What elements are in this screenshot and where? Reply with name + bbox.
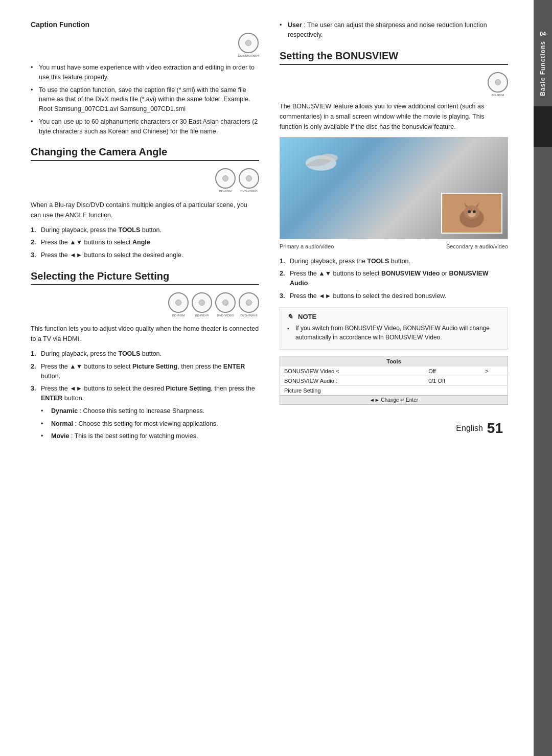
bonusview-bd-rom-label: BD-ROM xyxy=(492,94,504,97)
camera-step-2: 2. Press the ▲▼ buttons to select Angle. xyxy=(31,238,259,247)
ps-dvd-video-wrapper: DVD-VIDEO xyxy=(215,292,236,317)
bonusview-heading: Setting the BONUSVIEW xyxy=(280,50,508,65)
tools-footer: ◄► Change ↵ Enter xyxy=(280,395,508,404)
ps-bd-rom-label: BD-ROM xyxy=(172,314,185,317)
divx-disc-icon xyxy=(238,33,259,53)
tools-row-2-value: 0/1 Off xyxy=(424,376,481,385)
ps-dvdr-label: DVDr/RW/r8 xyxy=(240,314,257,317)
bonusview-image xyxy=(280,137,508,239)
picture-sub-bullets: Dynamic : Choose this setting to increas… xyxy=(41,406,259,441)
picture-setting-section: Selecting the Picture Setting BD-ROM BD-… xyxy=(31,270,259,441)
note-item-1: If you switch from BONUSVIEW Video, BONU… xyxy=(287,324,500,342)
picture-setting-body: This function lets you to adjust video q… xyxy=(31,324,259,344)
caption-function-section: Caption Function DivX/MKV/MP4 You must h… xyxy=(31,20,259,136)
bd-rom-disc-icon-1 xyxy=(215,168,236,189)
tools-row-3-label: Picture Setting xyxy=(280,385,425,395)
bird-illustration xyxy=(301,148,341,178)
tools-row-1-value: Off xyxy=(424,366,481,376)
ps-dvd-video-icon xyxy=(215,292,236,313)
ps-normal: Normal : Choose this setting for most vi… xyxy=(41,419,259,429)
note-list: If you switch from BONUSVIEW Video, BONU… xyxy=(287,324,500,342)
picture-setting-icons: BD-ROM BD-RE/-R DVD-VIDEO DVDr/RW/r xyxy=(31,292,259,317)
bonusview-section: Setting the BONUSVIEW BD-ROM The BONUSVI… xyxy=(280,50,508,405)
tools-row-2: BONUSVIEW Audio : 0/1 Off xyxy=(280,376,508,385)
picture-setting-steps: 1. During playback, press the TOOLS butt… xyxy=(31,349,259,441)
tools-row-2-label: BONUSVIEW Audio : xyxy=(280,376,425,385)
chapter-sidebar: 04 Basic Functions xyxy=(534,0,552,756)
two-column-layout: Caption Function DivX/MKV/MP4 You must h… xyxy=(31,20,508,725)
ps-bd-rom-wrapper: BD-ROM xyxy=(168,292,189,317)
bonusview-body: The BONUSVIEW feature allows you to view… xyxy=(280,101,508,132)
ps-bd-re-label: BD-RE/-R xyxy=(195,314,209,317)
bonusview-secondary-video xyxy=(441,193,502,234)
bonusview-image-labels: Primary a audio/video Secondary a audio/… xyxy=(280,243,508,249)
dvd-video-icon-wrapper-1: DVD-VIDEO xyxy=(239,168,259,193)
page-number-row: English 51 xyxy=(280,420,508,437)
note-title: ✎ NOTE xyxy=(287,313,500,320)
chapter-number: 04 xyxy=(540,31,546,37)
left-column: Caption Function DivX/MKV/MP4 You must h… xyxy=(31,20,259,725)
caption-bullet-2: To use the caption function, save the ca… xyxy=(31,85,259,114)
ps-bd-re-icon xyxy=(192,292,212,313)
ps-step-1: 1. During playback, press the TOOLS butt… xyxy=(31,349,259,359)
chapter-label: Basic Functions xyxy=(539,41,546,96)
ps-dvdr-icon xyxy=(239,292,259,313)
divx-disc-label: DivX/MKV/MP4 xyxy=(238,54,259,58)
bonusview-bd-rom-wrapper: BD-ROM xyxy=(488,72,508,97)
bv-step-1: 1. During playback, press the TOOLS butt… xyxy=(280,257,508,266)
ps-bd-re-wrapper: BD-RE/-R xyxy=(192,292,212,317)
cat-illustration xyxy=(442,194,501,233)
camera-angle-body: When a Blu-ray Disc/DVD contains multipl… xyxy=(31,200,259,220)
dvd-video-disc-icon-1 xyxy=(239,168,259,189)
tools-table: Tools BONUSVIEW Video < Off > BONUSVIEW … xyxy=(280,356,508,405)
user-note-top: User : The user can adjust the sharpness… xyxy=(280,20,508,40)
picture-setting-heading: Selecting the Picture Setting xyxy=(31,270,259,285)
secondary-audio-video-label: Secondary a audio/video xyxy=(446,243,508,249)
bonusview-bd-rom-icon xyxy=(488,72,508,93)
dvd-video-disc-label-1: DVD-VIDEO xyxy=(240,190,257,193)
bv-step-3: 3. Press the ◄► buttons to select the de… xyxy=(280,291,508,301)
camera-angle-heading: Changing the Camera Angle xyxy=(31,146,259,161)
bv-step-2: 2. Press the ▲▼ buttons to select BONUSV… xyxy=(280,269,508,288)
ps-movie: Movie : This is the best setting for wat… xyxy=(41,431,259,441)
right-column: User : The user can adjust the sharpness… xyxy=(280,20,508,725)
user-bullet: User : The user can adjust the sharpness… xyxy=(280,20,508,40)
note-section: ✎ NOTE If you switch from BONUSVIEW Vide… xyxy=(280,307,508,350)
tools-row-1-label: BONUSVIEW Video < xyxy=(280,366,425,376)
ps-dvd-video-label: DVD-VIDEO xyxy=(217,314,234,317)
svg-point-9 xyxy=(473,210,476,213)
page-number: 51 xyxy=(487,420,503,437)
ps-dynamic: Dynamic : Choose this setting to increas… xyxy=(41,406,259,416)
page-container: Caption Function DivX/MKV/MP4 You must h… xyxy=(0,0,552,756)
caption-function-bullets: You must have some experience with video… xyxy=(31,63,259,136)
bonusview-icon-area: BD-ROM xyxy=(280,72,508,97)
camera-step-1: 1. During playback, press the TOOLS butt… xyxy=(31,225,259,235)
camera-angle-section: Changing the Camera Angle BD-ROM DVD-VID… xyxy=(31,146,259,260)
ps-step-2: 2. Press the ▲▼ buttons to select Pictur… xyxy=(31,362,259,381)
main-content: Caption Function DivX/MKV/MP4 You must h… xyxy=(0,0,534,756)
tools-footer-row: ◄► Change ↵ Enter xyxy=(280,395,508,404)
tools-row-1: BONUSVIEW Video < Off > xyxy=(280,366,508,376)
caption-bullet-3: You can use up to 60 alphanumeric charac… xyxy=(31,117,259,136)
tools-row-3-arrow xyxy=(481,385,508,395)
caption-icon-area: DivX/MKV/MP4 xyxy=(31,33,259,58)
camera-angle-icons: BD-ROM DVD-VIDEO xyxy=(31,168,259,193)
tools-row-2-arrow xyxy=(481,376,508,385)
camera-angle-steps: 1. During playback, press the TOOLS butt… xyxy=(31,225,259,260)
ps-dvdr-wrapper: DVDr/RW/r8 xyxy=(239,292,259,317)
tools-row-3-value xyxy=(424,385,481,395)
bd-rom-icon-wrapper-1: BD-ROM xyxy=(215,168,236,193)
ps-step-3: 3. Press the ◄► buttons to select the de… xyxy=(31,384,259,441)
primary-audio-video-label: Primary a audio/video xyxy=(280,243,334,249)
camera-step-3: 3. Press the ◄► buttons to select the de… xyxy=(31,250,259,260)
tools-row-1-arrow: > xyxy=(481,366,508,376)
svg-point-8 xyxy=(468,210,471,213)
caption-bullet-1: You must have some experience with video… xyxy=(31,63,259,82)
caption-function-heading: Caption Function xyxy=(31,20,259,29)
bonusview-steps: 1. During playback, press the TOOLS butt… xyxy=(280,257,508,301)
bd-rom-disc-label-1: BD-ROM xyxy=(219,190,232,193)
tools-table-header: Tools xyxy=(280,356,508,366)
tools-row-3: Picture Setting xyxy=(280,385,508,395)
ps-bd-rom-icon xyxy=(168,292,189,313)
user-bullet-list: User : The user can adjust the sharpness… xyxy=(280,20,508,40)
